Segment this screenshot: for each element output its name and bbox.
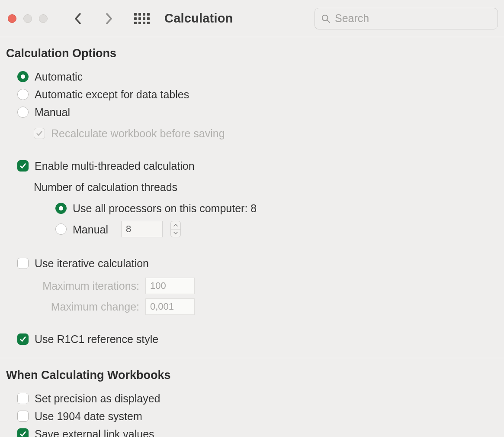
checkbox-iterative[interactable] bbox=[17, 258, 29, 269]
search-field-wrap[interactable] bbox=[315, 8, 498, 29]
radio-row-automatic[interactable]: Automatic bbox=[17, 70, 498, 83]
svg-rect-4 bbox=[134, 17, 137, 20]
checkbox-row-save-external[interactable]: Save external link values bbox=[17, 427, 498, 437]
input-max-iterations bbox=[145, 278, 195, 294]
threads-heading-row: Number of calculation threads bbox=[34, 180, 498, 194]
svg-rect-10 bbox=[143, 22, 145, 24]
section-divider bbox=[0, 358, 504, 358]
checkbox-row-iterative[interactable]: Use iterative calculation bbox=[17, 256, 498, 270]
checkbox-label-precision: Set precision as displayed bbox=[35, 392, 160, 405]
threads-heading: Number of calculation threads bbox=[34, 181, 177, 194]
svg-rect-2 bbox=[143, 13, 145, 16]
field-row-max-iterations: Maximum iterations: bbox=[34, 278, 498, 294]
chevron-up-icon bbox=[173, 223, 178, 227]
svg-rect-9 bbox=[138, 22, 141, 24]
input-max-change bbox=[145, 298, 195, 315]
page-title: Calculation bbox=[164, 11, 233, 26]
checkbox-multithread[interactable] bbox=[17, 160, 29, 172]
checkbox-row-recalc-before-save: Recalculate workbook before saving bbox=[34, 126, 498, 140]
checkbox-row-multithread[interactable]: Enable multi-threaded calculation bbox=[17, 159, 498, 172]
window-controls bbox=[8, 14, 48, 23]
content: Calculation Options Automatic Automatic … bbox=[0, 37, 504, 437]
zoom-window-button[interactable] bbox=[39, 14, 48, 23]
checkbox-r1c1[interactable] bbox=[17, 333, 29, 345]
radio-threads-manual[interactable] bbox=[55, 223, 67, 235]
minimize-window-button[interactable] bbox=[23, 14, 32, 23]
svg-rect-1 bbox=[138, 13, 141, 16]
checkbox-row-r1c1[interactable]: Use R1C1 reference style bbox=[17, 332, 498, 346]
svg-rect-11 bbox=[147, 22, 150, 24]
nav-arrows bbox=[73, 13, 114, 24]
checkmark-icon bbox=[35, 129, 43, 137]
radio-row-manual[interactable]: Manual bbox=[17, 105, 498, 119]
threads-stepper[interactable] bbox=[170, 221, 181, 237]
label-max-iterations: Maximum iterations: bbox=[34, 280, 139, 292]
checkbox-label-date1904: Use 1904 date system bbox=[35, 410, 142, 423]
threads-manual-input[interactable] bbox=[121, 221, 163, 237]
back-button[interactable] bbox=[73, 13, 84, 24]
radio-label-threads-manual: Manual bbox=[73, 223, 108, 236]
search-icon bbox=[321, 14, 331, 23]
svg-rect-6 bbox=[143, 17, 145, 20]
checkmark-icon bbox=[19, 430, 27, 437]
svg-rect-3 bbox=[147, 13, 150, 16]
radio-label-automatic: Automatic bbox=[35, 70, 83, 83]
field-row-max-change: Maximum change: bbox=[34, 298, 498, 315]
checkbox-row-date1904[interactable]: Use 1904 date system bbox=[17, 409, 498, 423]
radio-row-use-all-processors[interactable]: Use all processors on this computer: 8 bbox=[55, 201, 498, 215]
checkbox-label-iterative: Use iterative calculation bbox=[35, 257, 149, 270]
forward-button[interactable] bbox=[103, 13, 114, 24]
radio-row-automatic-except[interactable]: Automatic except for data tables bbox=[17, 87, 498, 101]
svg-rect-5 bbox=[138, 17, 141, 20]
chevron-left-icon bbox=[74, 12, 83, 25]
svg-rect-8 bbox=[134, 22, 137, 24]
svg-line-13 bbox=[327, 20, 330, 23]
radio-automatic-except[interactable] bbox=[17, 89, 29, 100]
section-title-calculation-options: Calculation Options bbox=[6, 47, 498, 60]
radio-use-all-processors[interactable] bbox=[55, 203, 67, 214]
checkbox-precision[interactable] bbox=[17, 393, 29, 404]
toolbar: Calculation bbox=[0, 0, 504, 37]
svg-rect-7 bbox=[147, 17, 150, 20]
search-input[interactable] bbox=[335, 12, 491, 25]
checkbox-label-r1c1: Use R1C1 reference style bbox=[35, 333, 158, 346]
section-title-when-calculating: When Calculating Workbooks bbox=[6, 369, 498, 382]
chevron-down-icon bbox=[173, 231, 178, 235]
stepper-down[interactable] bbox=[171, 230, 180, 237]
radio-row-threads-manual[interactable]: Manual bbox=[55, 221, 498, 237]
svg-rect-0 bbox=[134, 13, 137, 16]
checkbox-date1904[interactable] bbox=[17, 411, 29, 422]
radio-manual[interactable] bbox=[17, 107, 29, 118]
checkbox-recalc-before-save bbox=[34, 128, 45, 139]
checkbox-label-multithread: Enable multi-threaded calculation bbox=[35, 159, 195, 172]
checkbox-label-recalc-before-save: Recalculate workbook before saving bbox=[51, 127, 225, 140]
checkbox-save-external[interactable] bbox=[17, 428, 29, 437]
label-max-change: Maximum change: bbox=[34, 301, 139, 313]
grid-icon bbox=[134, 13, 150, 24]
checkbox-row-precision[interactable]: Set precision as displayed bbox=[17, 392, 498, 405]
show-all-button[interactable] bbox=[134, 13, 150, 24]
close-window-button[interactable] bbox=[8, 14, 16, 23]
checkbox-label-save-external: Save external link values bbox=[35, 427, 154, 437]
radio-label-automatic-except: Automatic except for data tables bbox=[35, 88, 189, 101]
radio-label-use-all-processors: Use all processors on this computer: 8 bbox=[73, 202, 257, 215]
radio-label-manual: Manual bbox=[35, 106, 70, 119]
checkmark-icon bbox=[19, 335, 27, 343]
radio-automatic[interactable] bbox=[17, 71, 29, 82]
chevron-right-icon bbox=[104, 12, 113, 25]
stepper-up[interactable] bbox=[171, 221, 180, 230]
checkmark-icon bbox=[19, 162, 27, 170]
